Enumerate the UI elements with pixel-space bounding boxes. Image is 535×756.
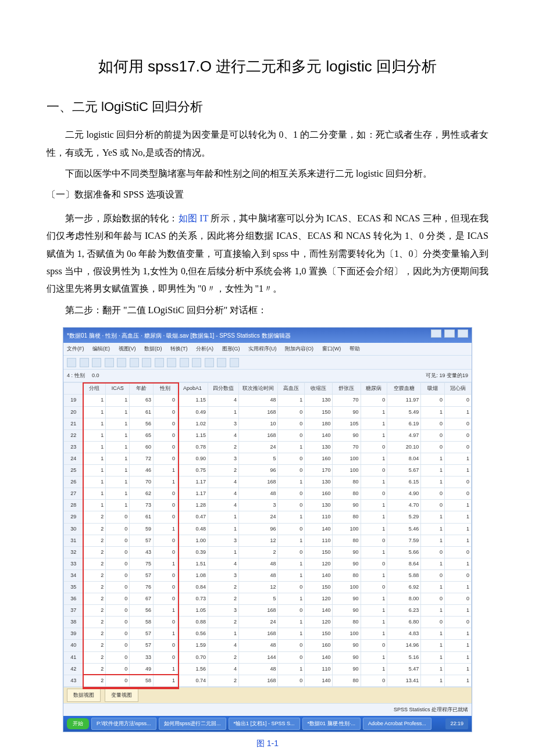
- cell[interactable]: 1: [154, 675, 177, 686]
- row-number[interactable]: 22: [64, 429, 84, 441]
- tab-data-view[interactable]: 数据视图: [67, 689, 101, 702]
- table-row[interactable]: 30205910.48196014010015.4611: [64, 523, 472, 535]
- cell[interactable]: 2: [83, 675, 106, 686]
- cell[interactable]: 0: [106, 546, 130, 558]
- cell[interactable]: 120: [305, 617, 333, 628]
- cell[interactable]: 6.19: [387, 418, 421, 429]
- cell[interactable]: 1.28: [177, 500, 208, 511]
- cell[interactable]: 0: [278, 640, 305, 651]
- cell[interactable]: 0: [106, 617, 130, 628]
- cell[interactable]: 2: [83, 593, 106, 605]
- cell[interactable]: 0: [361, 640, 387, 651]
- cell[interactable]: 1: [361, 605, 387, 617]
- cell[interactable]: 2: [83, 640, 106, 651]
- cell[interactable]: 180: [305, 418, 333, 429]
- menu-addons[interactable]: 附加内容(O): [285, 346, 313, 352]
- row-number[interactable]: 20: [64, 406, 84, 418]
- cell[interactable]: 0: [154, 617, 177, 628]
- taskbar-item[interactable]: 如何用spss进行二元回...: [159, 718, 226, 730]
- cell[interactable]: 12: [239, 535, 278, 546]
- cell[interactable]: 1: [445, 663, 472, 675]
- cell[interactable]: 0.49: [177, 406, 208, 418]
- cell[interactable]: 140: [305, 605, 333, 617]
- row-number[interactable]: 37: [64, 605, 84, 617]
- cell[interactable]: 1: [361, 663, 387, 675]
- cell[interactable]: 1: [154, 476, 177, 488]
- cell[interactable]: 4.90: [387, 488, 421, 500]
- cell[interactable]: 150: [305, 628, 333, 640]
- tool-vars-icon[interactable]: [167, 358, 176, 367]
- column-header[interactable]: 年龄: [130, 383, 154, 395]
- cell[interactable]: 130: [305, 441, 333, 453]
- cell[interactable]: 8.64: [387, 558, 421, 569]
- cell[interactable]: 90: [333, 558, 361, 569]
- cell[interactable]: 0: [154, 429, 177, 441]
- cell[interactable]: 80: [333, 511, 361, 523]
- cell[interactable]: 1: [421, 511, 445, 523]
- cell[interactable]: 5.88: [387, 569, 421, 581]
- menu-data[interactable]: 数据(D): [144, 346, 162, 352]
- row-number[interactable]: 36: [64, 593, 84, 605]
- menu-window[interactable]: 窗口(W): [322, 346, 341, 352]
- cell[interactable]: 1.17: [177, 488, 208, 500]
- cell[interactable]: 1: [421, 663, 445, 675]
- cell[interactable]: 1: [106, 406, 130, 418]
- cell[interactable]: 1: [445, 558, 472, 569]
- cell[interactable]: 6.15: [387, 476, 421, 488]
- cell[interactable]: 0: [421, 546, 445, 558]
- table-row[interactable]: 26117011.17416811308016.1510: [64, 476, 472, 488]
- cell[interactable]: 0: [278, 418, 305, 429]
- row-number[interactable]: 43: [64, 675, 84, 686]
- menu-analyze[interactable]: 分析(A): [196, 346, 213, 352]
- cell[interactable]: 1: [361, 453, 387, 464]
- cell[interactable]: 100: [333, 581, 361, 593]
- cell[interactable]: 1.15: [177, 395, 208, 406]
- cell[interactable]: 1: [361, 628, 387, 640]
- row-number[interactable]: 24: [64, 453, 84, 464]
- cell[interactable]: 168: [239, 628, 278, 640]
- cell[interactable]: 0: [106, 581, 130, 593]
- cell[interactable]: 1: [154, 628, 177, 640]
- cell[interactable]: 43: [130, 546, 154, 558]
- tool-select-icon[interactable]: [192, 358, 201, 367]
- cell[interactable]: 1: [445, 535, 472, 546]
- cell[interactable]: 1: [445, 605, 472, 617]
- cell[interactable]: 1: [278, 593, 305, 605]
- cell[interactable]: 0: [278, 546, 305, 558]
- cell[interactable]: 63: [130, 395, 154, 406]
- cell[interactable]: 0: [421, 395, 445, 406]
- cell[interactable]: 33: [130, 651, 154, 663]
- cell[interactable]: 12: [239, 581, 278, 593]
- cell[interactable]: 110: [305, 535, 333, 546]
- cell[interactable]: 5.16: [387, 651, 421, 663]
- table-row[interactable]: 43205810.742168014080013.4111: [64, 675, 472, 686]
- cell[interactable]: 1: [278, 628, 305, 640]
- cell[interactable]: 48: [239, 640, 278, 651]
- cell[interactable]: 6.92: [387, 581, 421, 593]
- cell[interactable]: 48: [239, 558, 278, 569]
- cell[interactable]: 0: [445, 395, 472, 406]
- cell[interactable]: 2: [208, 581, 239, 593]
- cell[interactable]: 1: [106, 441, 130, 453]
- cell[interactable]: 0: [421, 500, 445, 511]
- cell[interactable]: 90: [333, 651, 361, 663]
- cell[interactable]: 0.70: [177, 651, 208, 663]
- cell[interactable]: 1: [83, 488, 106, 500]
- cell[interactable]: 140: [305, 523, 333, 535]
- cell[interactable]: 11.97: [387, 395, 421, 406]
- table-row[interactable]: 21115601.02310018010516.1900: [64, 418, 472, 429]
- cell[interactable]: 0: [278, 581, 305, 593]
- cell[interactable]: 1: [208, 628, 239, 640]
- cell[interactable]: 140: [305, 429, 333, 441]
- cell[interactable]: 4: [208, 663, 239, 675]
- cell[interactable]: 168: [239, 675, 278, 686]
- cell[interactable]: 0: [361, 675, 387, 686]
- cell[interactable]: 0: [154, 546, 177, 558]
- cell[interactable]: 2: [208, 651, 239, 663]
- cell[interactable]: 2: [208, 593, 239, 605]
- cell[interactable]: 5.29: [387, 511, 421, 523]
- cell[interactable]: 1.15: [177, 429, 208, 441]
- column-header[interactable]: 四分数值: [208, 383, 239, 395]
- cell[interactable]: 1.05: [177, 605, 208, 617]
- cell[interactable]: 5: [239, 593, 278, 605]
